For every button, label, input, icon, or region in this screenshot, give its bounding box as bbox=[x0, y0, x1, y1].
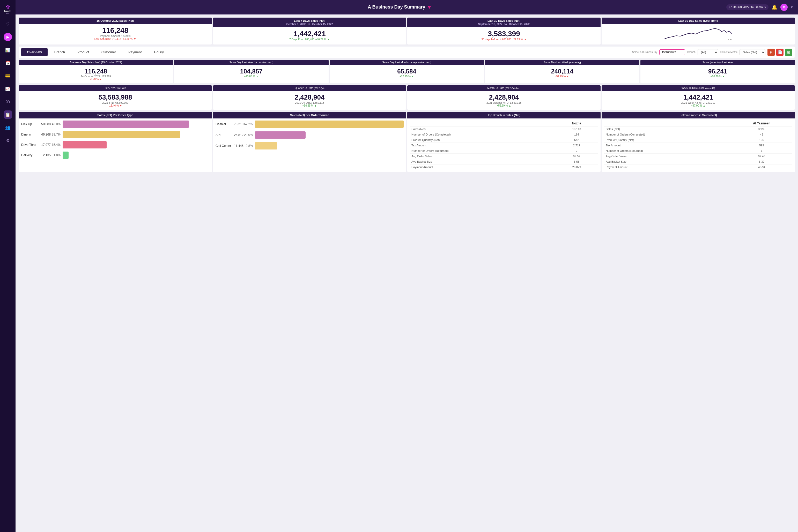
business-day-filter-label: Select a BusinessDay bbox=[632, 51, 657, 54]
stat-card-7days-header: Last 7 Days Sales (Net) October 9, 2022 … bbox=[213, 18, 406, 27]
svg-text:116: 116 bbox=[728, 38, 732, 41]
sidebar-icon-bag[interactable]: 🛍 bbox=[4, 97, 12, 106]
sidebar-icon-heart[interactable]: ♡ bbox=[4, 20, 12, 28]
bottom-branch-header: Bottom Branch in Sales (Net) bbox=[601, 112, 795, 118]
arrow-up-icon: ▲ bbox=[314, 104, 317, 107]
cmp-card-same-saturday-year-header: Same (Saturday) Last Year bbox=[641, 60, 795, 65]
nav-tabs-row: Overview Branch Product Customer Payment… bbox=[19, 46, 795, 58]
export-pdf-button[interactable]: 📄 bbox=[776, 49, 783, 56]
top-branch-body: Nozha Sales (Net) 18,113 Number of Order… bbox=[407, 118, 600, 172]
top-branch-header: Top Branch in Sales (Net) bbox=[407, 112, 600, 118]
stat-card-30days: Last 30 Days Sales (Net) September 16, 2… bbox=[407, 18, 600, 44]
header-heart-icon[interactable]: ♥ bbox=[428, 4, 431, 10]
metric-filter-select[interactable]: Sales (Net) bbox=[740, 49, 765, 55]
notifications-bell-icon[interactable]: 🔔 bbox=[772, 4, 777, 10]
business-day-input[interactable] bbox=[659, 50, 685, 55]
account-selector[interactable]: Fruits360 2022Q4 Demo ▾ bbox=[726, 4, 768, 10]
sidebar-icon-settings[interactable]: ⚙ bbox=[4, 136, 12, 145]
period-card-wtd-header: Week To Date (2022 Week 42) bbox=[601, 86, 795, 91]
period-qtd-change: +56.69 % ▲ bbox=[216, 104, 404, 107]
table-row: Number of Orders (Completed) 42 bbox=[604, 132, 792, 137]
cmp-card-business-day: Business Day Sales (Net) (15 October 202… bbox=[19, 60, 173, 83]
table-row: Sales (Net) 3,995 bbox=[604, 127, 792, 132]
cmp-card-same-day-year-body: 104,857 +10.88 % ▲ bbox=[174, 65, 329, 80]
cmp-card-same-day-week-header: Same Day Last Week (Saturday) bbox=[485, 60, 639, 65]
tab-product[interactable]: Product bbox=[72, 48, 95, 56]
tab-payment[interactable]: Payment bbox=[123, 48, 147, 56]
top-stats-row: 15 October 2022 Sales (Net) 116,248 Paym… bbox=[19, 18, 795, 44]
arrow-down-icon: ▼ bbox=[119, 104, 122, 107]
avatar[interactable]: D bbox=[780, 4, 788, 11]
tab-hourly[interactable]: Hourly bbox=[149, 48, 170, 56]
tab-overview[interactable]: Overview bbox=[21, 48, 48, 56]
cmp-card-same-day-week: Same Day Last Week (Saturday) 240,114 -5… bbox=[485, 60, 639, 83]
sidebar: ✿ fruits 360 ♡ ▶ 📊 📅 💳 📈 🛍 📋 👥 ⚙ bbox=[0, 0, 16, 532]
tab-customer[interactable]: Customer bbox=[96, 48, 122, 56]
table-row: Avg Basket Size 3.53 bbox=[410, 159, 598, 165]
period-mtd-change: +56.69 % ▲ bbox=[410, 104, 598, 107]
sidebar-expand-button[interactable]: ▶ bbox=[4, 33, 12, 41]
cmp-card-same-saturday-year-body: 96,241 +20.79 % ▲ bbox=[641, 65, 795, 80]
export-ppt-button[interactable]: P bbox=[767, 49, 775, 56]
sidebar-icon-credit[interactable]: 💳 bbox=[4, 72, 12, 80]
order-type-card: Sales (Net) Per Order Type Pick Up 50,08… bbox=[19, 112, 212, 172]
arrow-up-icon: ▲ bbox=[508, 104, 511, 107]
user-menu-chevron-icon[interactable]: ▾ bbox=[791, 5, 793, 10]
main-wrapper: A Business Day Summary ♥ Fruits360 2022Q… bbox=[16, 0, 798, 532]
page-title: A Business Day Summary bbox=[368, 4, 425, 10]
arrow-up-icon: ▲ bbox=[411, 75, 414, 78]
order-type-delivery: Delivery 2,135 1.8% bbox=[21, 152, 209, 159]
table-row: Payment Amount 20,829 bbox=[410, 165, 598, 170]
order-type-header: Sales (Net) Per Order Type bbox=[19, 112, 212, 118]
cmp-card-same-day-year-header: Same Day Last Year (15 October 2021) bbox=[174, 60, 329, 65]
arrow-up-icon: ▲ bbox=[256, 75, 259, 78]
arrow-down-icon: ▼ bbox=[133, 38, 136, 40]
sidebar-icon-users[interactable]: 👥 bbox=[4, 124, 12, 132]
bottom-branch-card: Bottom Branch in Sales (Net) Al Yasmeen … bbox=[601, 112, 795, 172]
arrow-down-icon: ▼ bbox=[99, 78, 102, 81]
stat-card-today: 15 October 2022 Sales (Net) 116,248 Paym… bbox=[19, 18, 212, 44]
bottom-branch-table: Al Yasmeen Sales (Net) 3,995 Number of O… bbox=[604, 120, 792, 170]
table-row: Number of Orders (Returned) 2 bbox=[410, 148, 598, 154]
order-source-header: Sales (Net) per Order Source bbox=[213, 112, 406, 118]
account-name: Fruits360 2022Q4 Demo bbox=[729, 5, 763, 9]
table-row: Al Yasmeen bbox=[604, 120, 792, 127]
header-right: Fruits360 2022Q4 Demo ▾ 🔔 D ▾ bbox=[726, 4, 793, 11]
header-center: A Business Day Summary ♥ bbox=[368, 4, 431, 10]
source-bar-cashier bbox=[255, 120, 404, 128]
trend-chart: 116 bbox=[604, 26, 793, 41]
cmp-same-day-week-change: -51.99 % ▼ bbox=[487, 75, 637, 78]
metric-filter-label: Select a Metric bbox=[720, 51, 738, 54]
branch-filter-select[interactable]: (All) bbox=[698, 49, 718, 55]
stat-7days-change: 7 Days Prior: 986,483 +46.22 % ▲ bbox=[217, 38, 403, 41]
period-row: 2022 Year To Date 53,583,988 2021 YTD: 6… bbox=[19, 86, 795, 110]
stat-today-sub1: Payment Amount: 133,938 bbox=[22, 35, 208, 38]
table-row: Number of Orders (Returned) 1 bbox=[604, 148, 792, 154]
arrow-up-icon: ▲ bbox=[327, 38, 330, 41]
export-grid-button[interactable]: ⊞ bbox=[785, 49, 792, 56]
source-call-center: Call Center 11,446 9.8% bbox=[216, 142, 404, 150]
cmp-card-same-day-month-header: Same Day Last Month (15 September 2022) bbox=[330, 60, 484, 65]
sidebar-icon-chart[interactable]: 📊 bbox=[4, 46, 12, 54]
content-area: 15 October 2022 Sales (Net) 116,248 Paym… bbox=[16, 15, 798, 532]
sidebar-icon-trending[interactable]: 📈 bbox=[4, 84, 12, 93]
tab-branch[interactable]: Branch bbox=[49, 48, 71, 56]
period-card-ytd-header: 2022 Year To Date bbox=[19, 86, 212, 91]
stat-card-today-header: 15 October 2022 Sales (Net) bbox=[19, 18, 212, 24]
table-row: Product Quantity (Net) 642 bbox=[410, 137, 598, 143]
sidebar-icon-calendar[interactable]: 📅 bbox=[4, 59, 12, 67]
period-card-ytd-body: 53,583,988 2021 YTD: 63,399,909 -15.46 %… bbox=[19, 91, 212, 110]
top-branch-name: Nozha bbox=[555, 120, 598, 127]
order-type-dine-in: Dine In 46,268 39.7% bbox=[21, 131, 209, 138]
period-card-wtd: Week To Date (2022 Week 42) 1,442,421 20… bbox=[601, 86, 795, 110]
stat-card-7days: Last 7 Days Sales (Net) October 9, 2022 … bbox=[213, 18, 406, 44]
table-row: Number of Orders (Completed) 184 bbox=[410, 132, 598, 137]
sidebar-icon-report[interactable]: 📋 bbox=[4, 110, 12, 119]
period-card-qtd: Quarter To Date (2022 Q4) 2,428,904 2021… bbox=[213, 86, 406, 110]
period-wtd-change: +97.00 % ▲ bbox=[604, 104, 792, 107]
order-type-drive-thru: Drive Thru 17,977 15.4% bbox=[21, 141, 209, 149]
cmp-card-business-day-body: 116,248 14 October 2022: 123,269 -6.70 %… bbox=[19, 65, 173, 83]
export-icons: P 📄 ⊞ bbox=[767, 49, 792, 56]
top-branch-card: Top Branch in Sales (Net) Nozha Sales (N… bbox=[407, 112, 600, 172]
table-row: Payment Amount 4,594 bbox=[604, 165, 792, 170]
